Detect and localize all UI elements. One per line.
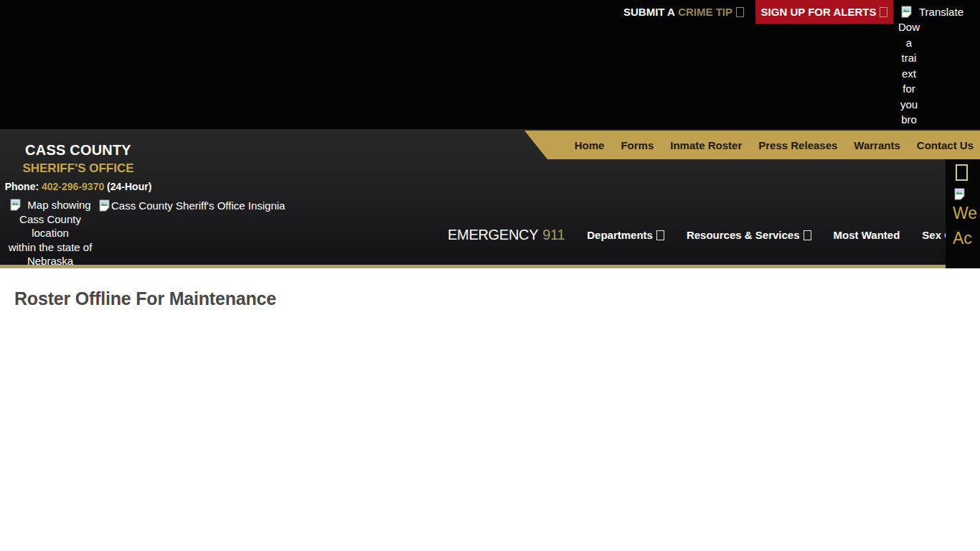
phone-label: Phone:	[5, 181, 39, 192]
emergency-911-text: EMERGENCY911	[448, 227, 565, 243]
alerts-button-label: SIGN UP FOR ALERTS	[761, 6, 877, 18]
nav-item-warrants[interactable]: Warrants	[854, 139, 900, 151]
phone-hours: (24-Hour)	[107, 181, 151, 192]
accessibility-text-line: Ac	[953, 226, 980, 251]
map-alt-line: Map showing	[27, 199, 90, 211]
sign-up-for-alerts-button[interactable]: SIGN UP FOR ALERTS	[755, 0, 893, 24]
phone-line: Phone: 402-296-9370 (24-Hour)	[3, 181, 154, 192]
county-title: CASS COUNTY	[3, 142, 154, 159]
map-alt-line: Nebraska	[0, 254, 100, 268]
nav-item-contact-us[interactable]: Contact Us	[917, 139, 974, 151]
nav-item-home[interactable]: Home	[575, 139, 605, 151]
phone-number-link[interactable]: 402-296-9370	[42, 181, 104, 192]
crime-tip-text: CRIME TIP	[678, 6, 732, 18]
alert-bell-placeholder-icon	[880, 7, 887, 17]
top-utility-bar: SUBMIT A CRIME TIP SIGN UP FOR ALERTS Tr…	[0, 0, 980, 129]
map-alt-line: within the state of	[0, 240, 100, 255]
insignia-alt-text: Cass County Sheriff's Office Insignia	[111, 199, 285, 212]
chevron-down-placeholder-icon	[804, 230, 811, 240]
main-content: Roster Offline For Maintenance	[0, 272, 980, 551]
broken-image-icon	[953, 188, 966, 200]
external-link-placeholder-icon	[736, 7, 744, 17]
map-broken-image: Map showing Cass County location within …	[0, 198, 100, 282]
secondary-nav: EMERGENCY911 Departments Resources & Ser…	[448, 225, 980, 245]
nav-item-inmate-roster[interactable]: Inmate Roster	[670, 139, 742, 151]
chevron-down-placeholder-icon	[656, 230, 664, 240]
accessibility-text-line: We	[953, 201, 980, 226]
emergency-number: 911	[542, 227, 565, 242]
translate-widget[interactable]: Translate	[900, 6, 963, 18]
broken-image-icon	[9, 199, 22, 211]
office-title: SHERIFF'S OFFICE	[3, 161, 154, 176]
insignia-broken-image: Cass County Sheriff's Office Insignia	[98, 199, 285, 212]
web-accessibility-panel[interactable]: We Ac	[946, 159, 980, 268]
broken-image-icon	[900, 6, 913, 18]
translate-image-alt-text: Dow a trai ext for you bro	[897, 19, 920, 127]
map-alt-line: Cass County location	[0, 212, 100, 240]
primary-nav: Home Forms Inmate Roster Press Releases …	[524, 131, 980, 159]
nav-item-press-releases[interactable]: Press Releases	[758, 139, 837, 151]
search-placeholder-icon[interactable]	[956, 164, 968, 181]
page-title: Roster Offline For Maintenance	[14, 288, 980, 309]
submit-crime-tip-link[interactable]: SUBMIT A CRIME TIP	[623, 6, 744, 18]
submit-prefix-text: SUBMIT A	[623, 6, 675, 18]
nav-item-departments[interactable]: Departments	[587, 229, 664, 241]
broken-image-icon	[98, 199, 110, 212]
site-header: Home Forms Inmate Roster Press Releases …	[0, 129, 980, 268]
nav-item-resources-services[interactable]: Resources & Services	[687, 229, 811, 241]
site-branding: CASS COUNTY SHERIFF'S OFFICE Phone: 402-…	[3, 142, 154, 192]
page: SUBMIT A CRIME TIP SIGN UP FOR ALERTS Tr…	[0, 0, 980, 551]
nav-item-most-wanted[interactable]: Most Wanted	[834, 229, 900, 241]
translate-label: Translate	[919, 6, 963, 18]
nav-item-forms[interactable]: Forms	[621, 139, 654, 151]
